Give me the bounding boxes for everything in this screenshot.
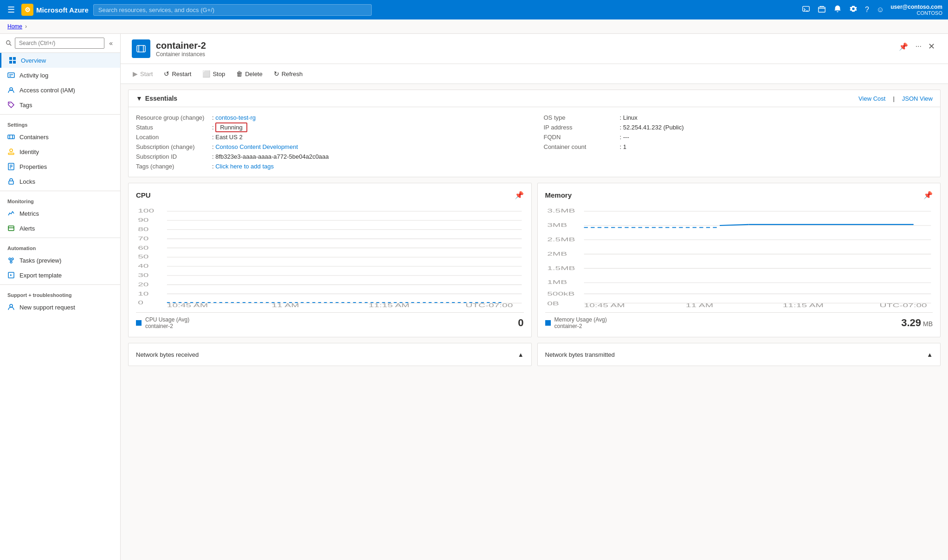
hamburger-menu[interactable]: ☰ bbox=[6, 3, 17, 17]
svg-rect-2 bbox=[819, 7, 825, 12]
stop-button[interactable]: ⬜ Stop bbox=[198, 68, 230, 80]
azure-icon: ⚙ bbox=[21, 4, 33, 16]
sidebar-item-alerts[interactable]: Alerts bbox=[0, 221, 120, 236]
tags-icon bbox=[7, 101, 15, 109]
subscription-link[interactable]: Contoso Content Development bbox=[215, 143, 298, 150]
container-count-value: : 1 bbox=[620, 143, 626, 150]
svg-point-3 bbox=[6, 41, 10, 45]
svg-rect-9 bbox=[8, 73, 14, 77]
containers-icon bbox=[7, 133, 15, 141]
sidebar-item-activity-log[interactable]: Activity log bbox=[0, 68, 120, 83]
sidebar-item-overview[interactable]: Overview bbox=[0, 53, 120, 68]
tags-link[interactable]: Click here to add tags bbox=[215, 163, 274, 170]
notifications-icon[interactable] bbox=[831, 2, 845, 18]
metrics-icon bbox=[7, 210, 15, 217]
cpu-pin-button[interactable]: 📌 bbox=[515, 191, 524, 200]
network-transmitted-chevron: ▲ bbox=[927, 351, 933, 358]
user-profile[interactable]: user@contoso.com CONTOSO bbox=[890, 4, 942, 16]
close-button[interactable]: ✕ bbox=[926, 39, 937, 53]
sidebar-search-container: « bbox=[0, 34, 120, 53]
ip-address-value: : 52.254.41.232 (Public) bbox=[620, 124, 684, 131]
svg-rect-5 bbox=[9, 57, 12, 60]
global-search-input[interactable] bbox=[93, 4, 372, 16]
overview-icon bbox=[9, 57, 16, 64]
restart-icon: ↺ bbox=[164, 70, 169, 77]
svg-point-26 bbox=[9, 258, 11, 260]
memory-legend-value: 3.29 bbox=[901, 317, 921, 329]
sidebar-item-containers[interactable]: Containers bbox=[0, 129, 120, 144]
monitoring-divider bbox=[0, 191, 120, 191]
svg-text:90: 90 bbox=[138, 217, 148, 223]
feedback-icon[interactable]: ☺ bbox=[874, 3, 887, 17]
essentials-row-tags: Tags (change) : Click here to add tags bbox=[136, 161, 525, 171]
page-header-actions: 📌 ··· ✕ bbox=[896, 39, 937, 53]
essentials-row-status: Status : Running bbox=[136, 122, 525, 132]
memory-legend-unit: MB bbox=[923, 320, 933, 328]
essentials-row-subscription-id: Subscription ID : 8fb323e3-aaaa-aaaa-a77… bbox=[136, 152, 525, 161]
azure-logo: ⚙ Microsoft Azure bbox=[21, 4, 89, 16]
settings-icon[interactable] bbox=[846, 2, 860, 18]
delete-button[interactable]: 🗑 Delete bbox=[232, 68, 267, 80]
sidebar-item-properties[interactable]: Properties bbox=[0, 159, 120, 174]
svg-text:70: 70 bbox=[138, 236, 148, 242]
sidebar-item-access-control[interactable]: Access control (IAM) bbox=[0, 83, 120, 97]
essentials-row-resource-group: Resource group (change) : contoso-test-r… bbox=[136, 113, 525, 122]
json-view-link[interactable]: JSON View bbox=[902, 95, 933, 102]
settings-section-header: Settings bbox=[0, 116, 120, 129]
support-divider bbox=[0, 284, 120, 285]
sidebar: « Overview Activity log bbox=[0, 34, 121, 560]
main-container: Home › « Overview bbox=[0, 19, 948, 560]
svg-text:3.5MB: 3.5MB bbox=[547, 208, 575, 214]
view-cost-link[interactable]: View Cost bbox=[858, 95, 885, 102]
page-subtitle: Container instances bbox=[156, 51, 206, 58]
essentials-header: ▼ Essentials View Cost | JSON View bbox=[129, 90, 940, 107]
collapse-sidebar-button[interactable]: « bbox=[107, 38, 115, 49]
memory-legend-color bbox=[545, 320, 551, 326]
fqdn-value: : --- bbox=[620, 134, 629, 141]
cpu-legend-color bbox=[136, 320, 142, 326]
svg-rect-24 bbox=[8, 226, 14, 231]
help-icon[interactable]: ? bbox=[862, 3, 872, 17]
svg-point-17 bbox=[10, 149, 13, 152]
toolbar: ▶ Start ↺ Restart ⬜ Stop 🗑 Delete bbox=[121, 64, 948, 84]
svg-text:UTC-07:00: UTC-07:00 bbox=[879, 303, 927, 307]
directory-icon[interactable] bbox=[815, 2, 829, 18]
sidebar-nav: Overview Activity log Access control (IA… bbox=[0, 53, 120, 560]
sidebar-item-export-template[interactable]: Export template bbox=[0, 268, 120, 283]
resource-group-link[interactable]: contoso-test-rg bbox=[215, 114, 256, 121]
svg-text:1MB: 1MB bbox=[547, 280, 567, 286]
start-button[interactable]: ▶ Start bbox=[128, 68, 157, 80]
start-icon: ▶ bbox=[133, 70, 138, 77]
more-options-button[interactable]: ··· bbox=[913, 40, 924, 52]
sidebar-item-support-request[interactable]: New support request bbox=[0, 300, 120, 315]
refresh-button[interactable]: ↻ Refresh bbox=[269, 68, 308, 80]
cloud-shell-icon[interactable] bbox=[799, 2, 813, 18]
essentials-row-fqdn: FQDN : --- bbox=[544, 132, 933, 142]
tasks-icon bbox=[7, 257, 15, 264]
sidebar-item-identity[interactable]: Identity bbox=[0, 144, 120, 159]
sidebar-item-locks[interactable]: Locks bbox=[0, 174, 120, 189]
page-title-group: container-2 Container instances bbox=[156, 40, 206, 58]
sidebar-item-tags[interactable]: Tags bbox=[0, 97, 120, 112]
sidebar-search-input[interactable] bbox=[15, 38, 104, 49]
svg-text:30: 30 bbox=[138, 272, 148, 278]
export-template-icon bbox=[7, 271, 15, 279]
svg-text:50: 50 bbox=[138, 254, 148, 260]
svg-text:UTC-07:00: UTC-07:00 bbox=[465, 303, 513, 307]
restart-button[interactable]: ↺ Restart bbox=[159, 68, 196, 80]
monitoring-section-header: Monitoring bbox=[0, 193, 120, 206]
cpu-chart-card: CPU 📌 100 90 80 70 60 50 40 30 bbox=[128, 183, 532, 337]
cpu-legend-text: CPU Usage (Avg) container-2 bbox=[145, 316, 189, 329]
svg-text:11:15 AM: 11:15 AM bbox=[368, 303, 409, 307]
sidebar-item-tasks[interactable]: Tasks (preview) bbox=[0, 253, 120, 268]
svg-rect-0 bbox=[803, 6, 809, 12]
memory-pin-button[interactable]: 📌 bbox=[923, 191, 933, 200]
essentials-row-os-type: OS type : Linux bbox=[544, 113, 933, 122]
pin-header-button[interactable]: 📌 bbox=[896, 40, 911, 53]
memory-legend-sublabel: container-2 bbox=[555, 323, 607, 329]
home-link[interactable]: Home bbox=[7, 23, 22, 30]
svg-text:1.5MB: 1.5MB bbox=[547, 265, 575, 271]
network-received-card: Network bytes received ▲ bbox=[128, 343, 532, 366]
sidebar-item-metrics[interactable]: Metrics bbox=[0, 206, 120, 221]
network-received-title: Network bytes received bbox=[136, 351, 199, 358]
